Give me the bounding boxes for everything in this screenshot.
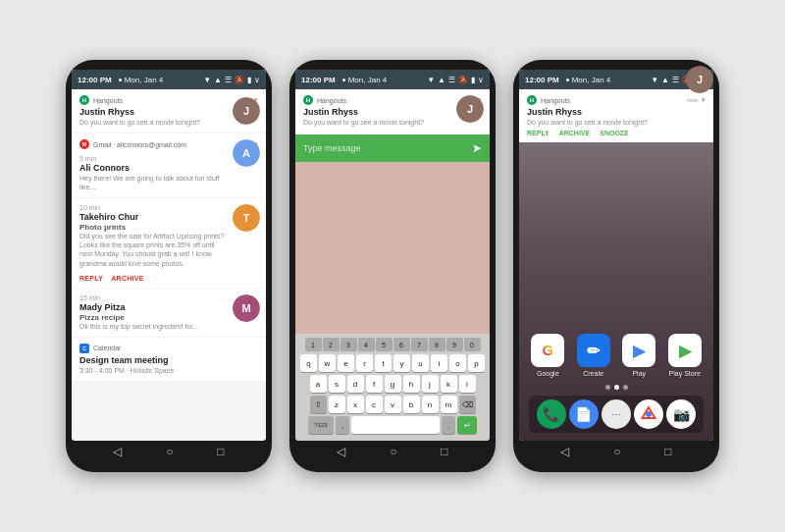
gmail-subject-3: Pizza recipe [79,313,258,322]
recents-icon-2[interactable]: □ [441,445,447,458]
key-d[interactable]: d [347,375,364,393]
key-e[interactable]: e [338,354,354,372]
snooze-btn-3[interactable]: SNOOZE [600,130,629,136]
reply-btn-1[interactable]: REPLY [79,275,103,282]
dock-phone-icon[interactable]: 📞 [537,399,566,429]
key-123[interactable]: ?123 [308,416,334,434]
key-comma[interactable]: , [336,416,349,434]
key-l[interactable]: l [459,375,476,393]
hangouts-body-3: Do you want to go see a movie tonight? [527,118,706,127]
key-h[interactable]: h [403,375,420,393]
archive-btn-1[interactable]: ARCHIVE [111,275,144,282]
app-dock-area: G Google ✏ Create ▶ Play ▶ Play Store [519,326,713,441]
hangouts-name-2: Hangouts [317,97,459,104]
notif-actions-3: REPLY ARCHIVE SNOOZE [527,130,706,136]
key-z[interactable]: z [329,396,345,413]
back-icon-1[interactable]: ◁ [113,445,122,458]
notif-gmail-3[interactable]: M 15 min Mady Pitza Pizza recipe Ok this… [72,289,266,337]
calendar-app-name: Calendar [93,345,258,351]
hangouts-body-2: Do you want to go see a movie tonight? [303,118,482,127]
key-1[interactable]: 1 [305,338,322,351]
key-c[interactable]: c [366,396,383,413]
notif-hangouts-1[interactable]: H Hangouts now ▾ J Justin Rhyss Do you w… [72,89,266,133]
app-create[interactable]: ✏ Create [577,334,610,377]
key-f[interactable]: f [366,375,383,393]
filter-icon-3: ☰ [672,76,679,84]
app-play[interactable]: ▶ Play [622,334,655,377]
key-shift[interactable]: ⇧ [310,396,327,413]
key-2[interactable]: 2 [323,338,340,351]
key-t[interactable]: t [375,354,392,372]
key-6[interactable]: 6 [393,338,410,351]
status-dot-3 [566,79,569,81]
reply-btn-3[interactable]: REPLY [527,130,550,136]
key-n[interactable]: n [422,396,439,413]
app-playstore[interactable]: ▶ Play Store [668,334,702,377]
back-icon-2[interactable]: ◁ [337,445,345,458]
key-v[interactable]: v [385,396,401,413]
dock-docs-icon[interactable]: 📄 [569,399,599,429]
hangouts-sender-2: Justin Rhyss [303,107,482,117]
key-m[interactable]: m [441,396,457,413]
key-x[interactable]: x [347,396,364,413]
home-icon-2[interactable]: ○ [390,445,396,458]
send-icon[interactable]: ➤ [472,141,482,155]
key-4[interactable]: 4 [358,338,375,351]
key-o[interactable]: o [449,354,466,372]
phone-1: 12:00 PM Mon, Jan 4 ▼ ▲ ☰ 🔕 ▮ ∨ H Hangou… [66,60,272,472]
recents-icon-1[interactable]: □ [217,445,224,458]
key-i[interactable]: i [431,354,447,372]
key-a[interactable]: a [310,375,327,393]
key-8[interactable]: 8 [429,338,445,351]
key-w[interactable]: w [319,354,336,372]
gmail-body-2: Did you see the sale for Artifact Uprisi… [79,232,258,267]
key-r[interactable]: r [356,354,373,372]
key-s[interactable]: s [329,375,345,393]
reply-input-bar[interactable]: Type message ➤ [295,134,490,162]
key-backspace[interactable]: ⌫ [459,396,476,413]
key-period[interactable]: . [442,416,455,434]
avatar-j-3: J [686,70,713,93]
gmail-body-3: Ok this is my top secret ingredient for.… [79,322,258,331]
key-5[interactable]: 5 [376,338,392,351]
key-7[interactable]: 7 [411,338,428,351]
hangouts-avatar-2: J [456,95,484,123]
notification-panel-1: H Hangouts now ▾ J Justin Rhyss Do you w… [72,89,266,441]
key-space[interactable] [351,416,440,434]
kb-row-zxcv: ⇧ z x c v b n m ⌫ [297,396,488,413]
notif-gmail-2[interactable]: T 10 min Takehiro Chur Photo prints Did … [72,198,266,287]
dock-camera-icon[interactable]: 📷 [666,399,696,429]
home-icon-3[interactable]: ○ [613,445,620,458]
key-b[interactable]: b [403,396,420,413]
back-icon-3[interactable]: ◁ [560,445,569,458]
key-u[interactable]: u [412,354,429,372]
dot-3 [623,385,628,390]
notif-gmail-1[interactable]: M Gmail · aliconnors@gmail.com ▾ A 5 min… [72,133,266,197]
key-p[interactable]: p [468,354,485,372]
status-dot-2 [342,79,345,81]
recents-icon-3[interactable]: □ [664,445,671,458]
key-y[interactable]: y [393,354,410,372]
key-3[interactable]: 3 [340,338,357,351]
filter-icon-2: ☰ [448,76,455,84]
key-k[interactable]: k [441,375,457,393]
key-9[interactable]: 9 [446,338,463,351]
key-g[interactable]: g [385,375,401,393]
status-time-2: 12:00 PM [301,76,336,84]
home-icon-1[interactable]: ○ [166,445,173,458]
dock-apps-icon[interactable]: ⋯ [602,399,631,429]
notif-hangouts-3[interactable]: H Hangouts now ▾ J Justin Rhyss Do you w… [519,89,713,142]
notif-calendar[interactable]: C Calendar Design team meeting 3:30 - 4:… [72,338,266,381]
gmail-timespan-1: 5 min [79,155,258,162]
status-time-3: 12:00 PM [525,76,559,84]
archive-btn-3[interactable]: ARCHIVE [559,130,591,136]
hangouts-expand-3[interactable]: ▾ [702,96,706,104]
dock-chrome-icon[interactable] [634,399,663,429]
wifi-icon: ▼ [203,76,211,84]
key-q[interactable]: q [300,354,317,372]
key-0[interactable]: 0 [464,338,481,351]
key-enter[interactable]: ↵ [457,416,477,434]
app-google[interactable]: G Google [531,334,564,377]
notif-hangouts-2[interactable]: H Hangouts now ▾ J Justin Rhyss Do you w… [295,89,490,133]
key-j[interactable]: j [422,375,439,393]
